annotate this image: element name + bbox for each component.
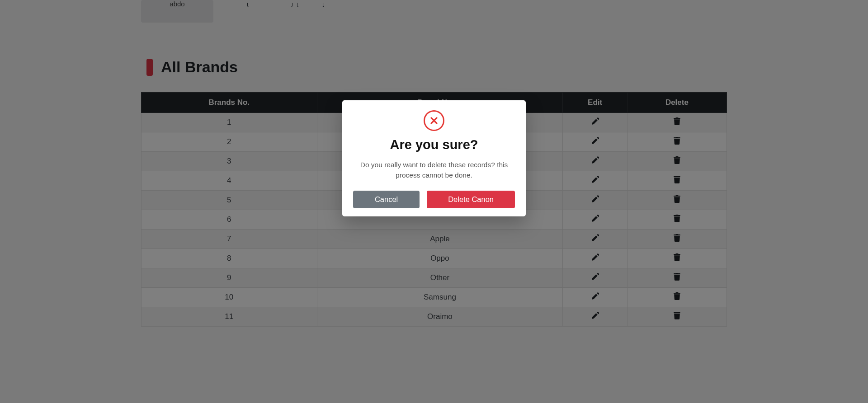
modal-overlay[interactable]: Are you sure? Do you really want to dele… [0, 0, 868, 403]
modal-body: Do you really want to delete these recor… [353, 159, 515, 181]
delete-confirm-button[interactable]: Delete Canon [427, 191, 515, 208]
modal-title: Are you sure? [353, 137, 515, 152]
close-circle-icon [424, 110, 444, 131]
cancel-button[interactable]: Cancel [353, 191, 420, 208]
confirm-delete-modal: Are you sure? Do you really want to dele… [342, 100, 526, 216]
